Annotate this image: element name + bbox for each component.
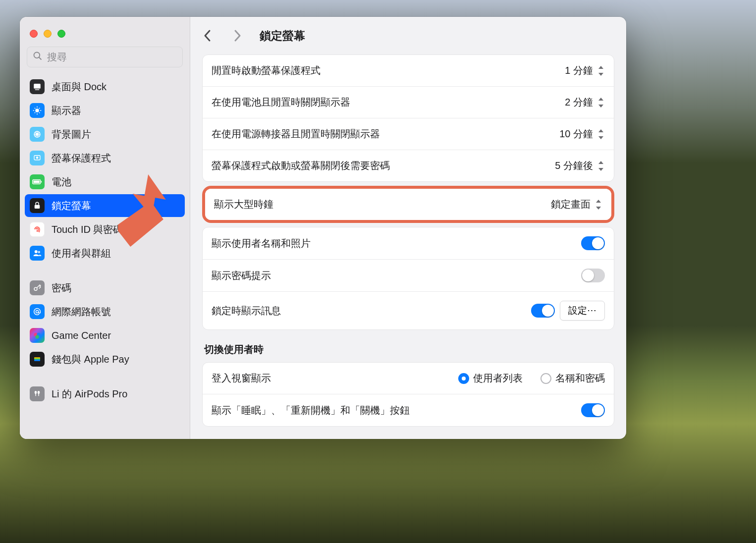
radio-option-user-list[interactable]: 使用者列表 <box>458 372 523 385</box>
row-show-message: 鎖定時顯示訊息 設定⋯ <box>203 291 614 329</box>
row-label: 鎖定時顯示訊息 <box>212 304 281 318</box>
sidebar-item-screensaver[interactable]: 螢幕保護程式 <box>25 147 185 169</box>
row-label: 閒置時啟動螢幕保護程式 <box>212 64 321 77</box>
require-password-select[interactable]: 5 分鐘後 <box>555 159 605 172</box>
search-field-wrap <box>27 47 183 67</box>
minimize-window-button[interactable] <box>44 30 52 38</box>
page-title: 鎖定螢幕 <box>260 28 305 44</box>
sidebar-item-label: 桌面與 Dock <box>52 80 107 94</box>
svg-rect-4 <box>35 89 40 90</box>
svg-line-11 <box>35 112 36 113</box>
screensaver-idle-select[interactable]: 1 分鐘 <box>565 64 605 77</box>
sidebar-item-displays[interactable]: 顯示器 <box>25 99 185 122</box>
svg-point-22 <box>35 250 38 253</box>
search-icon <box>33 51 43 63</box>
row-show-user-photo: 顯示使用者名稱和照片 <box>203 227 614 259</box>
svg-line-13 <box>39 112 40 113</box>
chevron-up-down-icon <box>597 129 605 139</box>
settings-panel-large-clock: 顯示大型時鐘 鎖定畫面 <box>205 189 611 220</box>
sidebar-item-touch-id[interactable]: Touch ID 與密碼 <box>25 218 185 241</box>
sidebar-item-airpods[interactable]: Li 的 AirPods Pro <box>25 382 185 405</box>
settings-panel-3: 登入視窗顯示 使用者列表 名稱和密碼 顯示「睡眠」、「重新開機」和「關機」按鈕 <box>202 362 614 427</box>
row-label: 螢幕保護程式啟動或螢幕關閉後需要密碼 <box>212 159 390 172</box>
row-label: 在使用電源轉接器且閒置時關閉顯示器 <box>212 127 380 141</box>
sidebar-item-label: 密碼 <box>52 281 71 295</box>
maximize-window-button[interactable] <box>57 30 65 38</box>
sidebar-item-desktop-dock[interactable]: 桌面與 Dock <box>25 75 185 98</box>
lock-icon <box>30 198 45 213</box>
row-show-password-hint: 顯示密碼提示 <box>203 259 614 291</box>
row-label: 登入視窗顯示 <box>212 372 271 385</box>
radio-icon <box>540 373 551 384</box>
key-icon <box>30 280 45 295</box>
radio-text: 使用者列表 <box>473 372 523 385</box>
search-input[interactable] <box>27 47 183 67</box>
row-login-window-display: 登入視窗顯示 使用者列表 名稱和密碼 <box>203 363 614 394</box>
sidebar-item-label: 顯示器 <box>52 104 81 117</box>
row-large-clock: 顯示大型時鐘 鎖定畫面 <box>205 189 611 220</box>
row-label: 顯示大型時鐘 <box>214 198 273 211</box>
svg-point-24 <box>34 287 37 290</box>
large-clock-select[interactable]: 鎖定畫面 <box>551 198 602 211</box>
sidebar-item-label: 鎖定螢幕 <box>52 199 91 213</box>
svg-rect-33 <box>35 393 36 396</box>
chevron-up-down-icon <box>597 161 605 171</box>
content-header: 鎖定螢幕 <box>190 17 626 54</box>
sidebar: 桌面與 Dock 顯示器 背景圖片 螢幕保護程式 <box>20 17 190 439</box>
svg-point-1 <box>34 53 40 58</box>
svg-rect-3 <box>34 84 41 89</box>
sidebar-item-label: Touch ID 與密碼 <box>52 223 123 236</box>
sidebar-item-label: 電池 <box>52 175 71 189</box>
wallet-icon <box>30 352 45 367</box>
svg-point-25 <box>36 310 38 313</box>
sidebar-item-label: Li 的 AirPods Pro <box>52 387 127 401</box>
sidebar-item-users-groups[interactable]: 使用者與群組 <box>25 242 185 265</box>
content-pane: 鎖定螢幕 閒置時啟動螢幕保護程式 1 分鐘 在使用電池且閒置時關閉顯示器 2 分… <box>190 17 626 439</box>
row-show-power-buttons: 顯示「睡眠」、「重新開機」和「關機」按鈕 <box>203 394 614 426</box>
select-value: 鎖定畫面 <box>551 198 591 211</box>
power-display-off-select[interactable]: 10 分鐘 <box>559 127 605 141</box>
sidebar-item-wallet-apple-pay[interactable]: 錢包與 Apple Pay <box>25 348 185 371</box>
row-label: 顯示密碼提示 <box>212 269 271 282</box>
at-sign-icon <box>30 304 45 319</box>
show-power-buttons-toggle[interactable] <box>581 403 605 417</box>
wallpaper-icon <box>30 127 45 142</box>
sidebar-item-game-center[interactable]: Game Center <box>25 324 185 347</box>
close-window-button[interactable] <box>30 30 38 38</box>
select-value: 10 分鐘 <box>559 127 593 141</box>
sidebar-item-internet-accounts[interactable]: 網際網路帳號 <box>25 300 185 323</box>
window-traffic-lights <box>25 25 185 47</box>
show-password-hint-toggle[interactable] <box>581 269 605 282</box>
select-value: 2 分鐘 <box>565 96 593 109</box>
svg-line-2 <box>39 57 42 60</box>
svg-point-15 <box>36 133 39 136</box>
show-user-photo-toggle[interactable] <box>581 236 605 250</box>
svg-point-23 <box>38 251 41 254</box>
settings-body: 閒置時啟動螢幕保護程式 1 分鐘 在使用電池且閒置時關閉顯示器 2 分鐘 在使用… <box>190 54 626 438</box>
nav-forward-button[interactable] <box>230 26 245 46</box>
row-label: 顯示「睡眠」、「重新開機」和「關機」按鈕 <box>212 404 410 417</box>
system-settings-window: 桌面與 Dock 顯示器 背景圖片 螢幕保護程式 <box>20 17 626 439</box>
svg-rect-21 <box>35 205 40 209</box>
sidebar-item-passwords[interactable]: 密碼 <box>25 276 185 299</box>
radio-text: 名稱和密碼 <box>555 372 605 385</box>
sidebar-item-label: 螢幕保護程式 <box>52 152 111 165</box>
sidebar-item-label: 使用者與群組 <box>52 247 111 260</box>
battery-display-off-select[interactable]: 2 分鐘 <box>565 96 605 109</box>
nav-back-button[interactable] <box>200 26 215 46</box>
sidebar-item-wallpaper[interactable]: 背景圖片 <box>25 123 185 146</box>
sidebar-item-battery[interactable]: 電池 <box>25 170 185 193</box>
sidebar-item-lock-screen[interactable]: 鎖定螢幕 <box>25 194 185 217</box>
radio-option-name-password[interactable]: 名稱和密碼 <box>540 372 605 385</box>
svg-rect-31 <box>34 360 40 361</box>
configure-message-button[interactable]: 設定⋯ <box>560 301 605 321</box>
select-value: 1 分鐘 <box>565 64 593 77</box>
show-message-toggle[interactable] <box>531 304 555 318</box>
select-value: 5 分鐘後 <box>555 159 593 172</box>
sidebar-item-label: 背景圖片 <box>52 128 91 141</box>
settings-panel-1: 閒置時啟動螢幕保護程式 1 分鐘 在使用電池且閒置時關閉顯示器 2 分鐘 在使用… <box>202 54 614 182</box>
svg-rect-19 <box>34 181 40 183</box>
section-title-switch-user: 切換使用者時 <box>204 343 614 356</box>
display-icon <box>30 103 45 118</box>
row-label: 在使用電池且閒置時關閉顯示器 <box>212 96 350 109</box>
